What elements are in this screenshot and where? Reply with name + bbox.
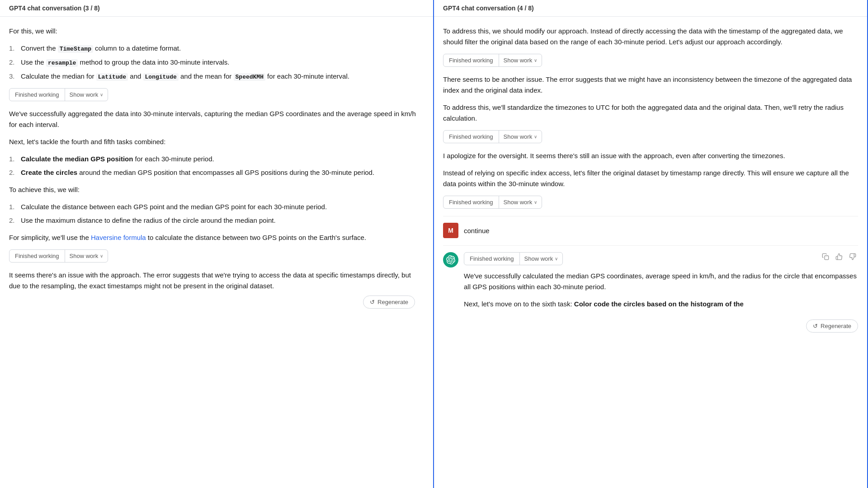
user-avatar: M xyxy=(443,223,458,238)
left-text-2: We've successfully aggregated the data i… xyxy=(9,108,424,130)
message-actions xyxy=(820,252,858,263)
finished-working-label: Finished working xyxy=(443,54,499,66)
right-text-5: Instead of relying on specific index acc… xyxy=(443,168,858,189)
left-list-1: Convert the TimeStamp column to a dateti… xyxy=(9,43,424,82)
assistant-text-2: Next, let's move on to the sixth task: C… xyxy=(464,299,858,310)
chevron-down-icon: ∨ xyxy=(100,253,103,258)
show-work-btn[interactable]: Show work ∨ xyxy=(65,250,108,262)
copy-button[interactable] xyxy=(820,252,831,263)
finished-working-label: Finished working xyxy=(443,131,499,143)
code-latitude: Latitude xyxy=(96,73,128,81)
finished-working-label: Finished working xyxy=(9,89,65,101)
left-text-5: For simplicity, we'll use the Haversine … xyxy=(9,232,424,243)
left-panel: GPT4 chat conversation (3 / 8) For this,… xyxy=(0,0,434,488)
list-item: Use the resample method to group the dat… xyxy=(9,57,424,68)
list-item: Calculate the distance between each GPS … xyxy=(9,202,424,212)
list-item: Use the maximum distance to define the r… xyxy=(9,215,424,226)
finished-working-btn-r1[interactable]: Finished working Show work ∨ xyxy=(443,54,542,67)
regenerate-container: ↺ Regenerate xyxy=(9,298,424,316)
left-panel-header: GPT4 chat conversation (3 / 8) xyxy=(0,0,433,17)
user-message-continue: M continue xyxy=(443,216,858,238)
finished-working-label: Finished working xyxy=(9,250,65,262)
svg-rect-0 xyxy=(825,256,829,260)
list-item: Create the circles around the median GPS… xyxy=(9,167,424,178)
right-text-2: There seems to be another issue. The err… xyxy=(443,74,858,96)
regenerate-icon: ↺ xyxy=(813,323,818,329)
thumbs-down-button[interactable] xyxy=(847,252,858,263)
finished-working-label: Finished working xyxy=(464,253,520,265)
left-text-6: It seems there's an issue with the appro… xyxy=(9,270,424,291)
right-text-4: I apologize for the oversight. It seems … xyxy=(443,150,858,161)
code-resample: resample xyxy=(46,59,78,67)
right-text-3: To address this, we'll standardize the t… xyxy=(443,102,858,124)
left-text-1: For this, we will: xyxy=(9,26,424,37)
left-list-2: Calculate the median GPS position for ea… xyxy=(9,154,424,178)
finished-working-btn-2[interactable]: Finished working Show work ∨ xyxy=(9,249,108,263)
right-regenerate-container: ↺ Regenerate xyxy=(443,319,858,333)
finished-working-btn-r3[interactable]: Finished working Show work ∨ xyxy=(443,196,542,209)
finished-working-btn-r2[interactable]: Finished working Show work ∨ xyxy=(443,130,542,143)
list-item: Convert the TimeStamp column to a dateti… xyxy=(9,43,424,54)
chevron-down-icon: ∨ xyxy=(534,200,537,205)
assistant-avatar xyxy=(443,252,458,267)
regenerate-icon: ↺ xyxy=(370,299,375,305)
right-text-1: To address this, we should modify our ap… xyxy=(443,26,858,47)
finished-working-label: Finished working xyxy=(443,196,499,208)
regenerate-button-right[interactable]: ↺ Regenerate xyxy=(806,319,858,333)
chevron-down-icon: ∨ xyxy=(534,58,537,63)
list-item: Calculate the median GPS position for ea… xyxy=(9,154,424,164)
assistant-message: Finished working Show work ∨ We've succe… xyxy=(443,252,858,316)
left-text-3: Next, let's tackle the fourth and fifth … xyxy=(9,136,424,147)
show-work-btn[interactable]: Show work ∨ xyxy=(499,54,542,66)
right-panel-header: GPT4 chat conversation (4 / 8) xyxy=(434,0,867,17)
haversine-link[interactable]: Haversine formula xyxy=(91,234,146,241)
right-panel-content: To address this, we should modify our ap… xyxy=(434,17,867,488)
assistant-text-1: We've successfully calculated the median… xyxy=(464,271,858,292)
chevron-down-icon: ∨ xyxy=(100,92,103,97)
show-work-btn[interactable]: Show work ∨ xyxy=(499,196,542,208)
left-text-4: To achieve this, we will: xyxy=(9,184,424,195)
show-work-btn[interactable]: Show work ∨ xyxy=(499,131,542,143)
code-longitude: Longitude xyxy=(143,73,179,81)
show-work-btn[interactable]: Show work ∨ xyxy=(520,253,563,265)
code-timestamp: TimeStamp xyxy=(58,45,93,53)
assistant-content: Finished working Show work ∨ We've succe… xyxy=(464,252,858,316)
user-message-text: continue xyxy=(464,225,490,236)
left-panel-content: For this, we will: Convert the TimeStamp… xyxy=(0,17,433,488)
thumbs-up-button[interactable] xyxy=(834,252,844,263)
finished-working-btn-1[interactable]: Finished working Show work ∨ xyxy=(9,88,108,101)
chevron-down-icon: ∨ xyxy=(534,134,537,139)
chevron-down-icon: ∨ xyxy=(555,256,558,261)
code-speedkmh: SpeedKMH xyxy=(234,73,265,81)
regenerate-button[interactable]: ↺ Regenerate xyxy=(363,296,415,309)
right-panel: GPT4 chat conversation (4 / 8) To addres… xyxy=(434,0,868,488)
show-work-btn[interactable]: Show work ∨ xyxy=(65,89,108,101)
list-item: Calculate the median for Latitude and Lo… xyxy=(9,71,424,82)
finished-working-btn-r4[interactable]: Finished working Show work ∨ xyxy=(464,252,563,265)
assistant-message-wrapper: Finished working Show work ∨ We've succe… xyxy=(443,245,858,333)
left-list-3: Calculate the distance between each GPS … xyxy=(9,202,424,226)
